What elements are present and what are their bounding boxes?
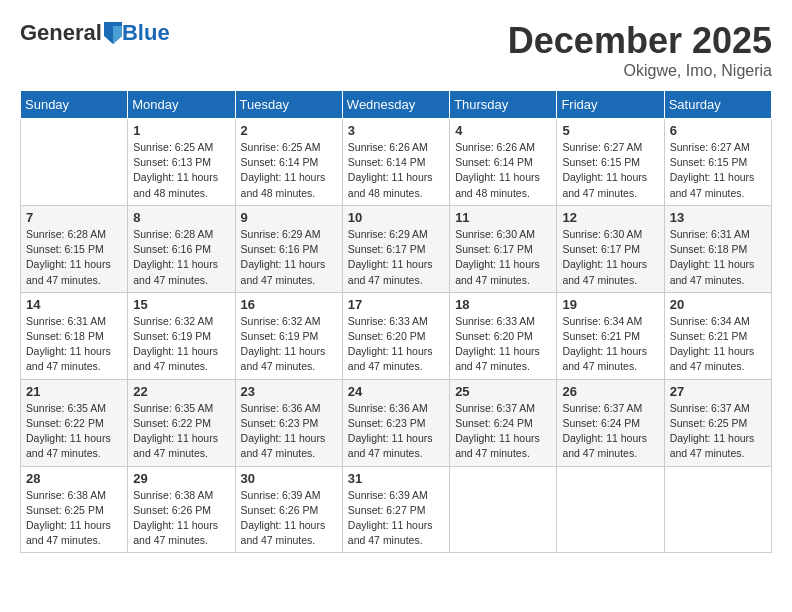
day-number: 23	[241, 384, 337, 399]
calendar-cell: 27Sunrise: 6:37 AM Sunset: 6:25 PM Dayli…	[664, 379, 771, 466]
calendar-cell: 31Sunrise: 6:39 AM Sunset: 6:27 PM Dayli…	[342, 466, 449, 553]
day-number: 15	[133, 297, 229, 312]
day-info: Sunrise: 6:32 AM Sunset: 6:19 PM Dayligh…	[133, 314, 229, 375]
day-number: 2	[241, 123, 337, 138]
calendar-cell: 16Sunrise: 6:32 AM Sunset: 6:19 PM Dayli…	[235, 292, 342, 379]
calendar-cell	[664, 466, 771, 553]
calendar-header-thursday: Thursday	[450, 91, 557, 119]
day-info: Sunrise: 6:37 AM Sunset: 6:25 PM Dayligh…	[670, 401, 766, 462]
day-number: 10	[348, 210, 444, 225]
day-number: 6	[670, 123, 766, 138]
day-number: 25	[455, 384, 551, 399]
day-number: 17	[348, 297, 444, 312]
day-number: 27	[670, 384, 766, 399]
day-info: Sunrise: 6:29 AM Sunset: 6:17 PM Dayligh…	[348, 227, 444, 288]
day-number: 11	[455, 210, 551, 225]
page-header: General Blue December 2025 Okigwe, Imo, …	[20, 20, 772, 80]
day-number: 7	[26, 210, 122, 225]
day-number: 5	[562, 123, 658, 138]
day-info: Sunrise: 6:39 AM Sunset: 6:26 PM Dayligh…	[241, 488, 337, 549]
day-number: 22	[133, 384, 229, 399]
day-info: Sunrise: 6:31 AM Sunset: 6:18 PM Dayligh…	[670, 227, 766, 288]
calendar-cell: 2Sunrise: 6:25 AM Sunset: 6:14 PM Daylig…	[235, 119, 342, 206]
calendar-cell: 30Sunrise: 6:39 AM Sunset: 6:26 PM Dayli…	[235, 466, 342, 553]
calendar-header-saturday: Saturday	[664, 91, 771, 119]
calendar-week-row: 14Sunrise: 6:31 AM Sunset: 6:18 PM Dayli…	[21, 292, 772, 379]
calendar-cell: 4Sunrise: 6:26 AM Sunset: 6:14 PM Daylig…	[450, 119, 557, 206]
calendar-cell: 7Sunrise: 6:28 AM Sunset: 6:15 PM Daylig…	[21, 205, 128, 292]
day-info: Sunrise: 6:29 AM Sunset: 6:16 PM Dayligh…	[241, 227, 337, 288]
day-number: 26	[562, 384, 658, 399]
calendar-cell: 28Sunrise: 6:38 AM Sunset: 6:25 PM Dayli…	[21, 466, 128, 553]
calendar-week-row: 7Sunrise: 6:28 AM Sunset: 6:15 PM Daylig…	[21, 205, 772, 292]
day-info: Sunrise: 6:28 AM Sunset: 6:16 PM Dayligh…	[133, 227, 229, 288]
day-number: 31	[348, 471, 444, 486]
calendar-cell: 5Sunrise: 6:27 AM Sunset: 6:15 PM Daylig…	[557, 119, 664, 206]
day-number: 13	[670, 210, 766, 225]
day-info: Sunrise: 6:27 AM Sunset: 6:15 PM Dayligh…	[562, 140, 658, 201]
calendar-cell: 12Sunrise: 6:30 AM Sunset: 6:17 PM Dayli…	[557, 205, 664, 292]
day-number: 4	[455, 123, 551, 138]
day-info: Sunrise: 6:37 AM Sunset: 6:24 PM Dayligh…	[455, 401, 551, 462]
day-info: Sunrise: 6:26 AM Sunset: 6:14 PM Dayligh…	[455, 140, 551, 201]
calendar-cell	[450, 466, 557, 553]
logo-general-text: General	[20, 20, 102, 46]
day-number: 1	[133, 123, 229, 138]
calendar-cell: 1Sunrise: 6:25 AM Sunset: 6:13 PM Daylig…	[128, 119, 235, 206]
day-info: Sunrise: 6:27 AM Sunset: 6:15 PM Dayligh…	[670, 140, 766, 201]
calendar-cell: 24Sunrise: 6:36 AM Sunset: 6:23 PM Dayli…	[342, 379, 449, 466]
day-info: Sunrise: 6:36 AM Sunset: 6:23 PM Dayligh…	[241, 401, 337, 462]
day-number: 14	[26, 297, 122, 312]
day-info: Sunrise: 6:30 AM Sunset: 6:17 PM Dayligh…	[562, 227, 658, 288]
day-number: 16	[241, 297, 337, 312]
day-number: 12	[562, 210, 658, 225]
logo: General Blue	[20, 20, 170, 46]
day-number: 29	[133, 471, 229, 486]
day-number: 28	[26, 471, 122, 486]
day-info: Sunrise: 6:28 AM Sunset: 6:15 PM Dayligh…	[26, 227, 122, 288]
day-info: Sunrise: 6:25 AM Sunset: 6:14 PM Dayligh…	[241, 140, 337, 201]
day-info: Sunrise: 6:33 AM Sunset: 6:20 PM Dayligh…	[348, 314, 444, 375]
calendar-week-row: 1Sunrise: 6:25 AM Sunset: 6:13 PM Daylig…	[21, 119, 772, 206]
calendar-header-row: SundayMondayTuesdayWednesdayThursdayFrid…	[21, 91, 772, 119]
svg-marker-1	[113, 26, 122, 44]
calendar-header-wednesday: Wednesday	[342, 91, 449, 119]
calendar-cell: 3Sunrise: 6:26 AM Sunset: 6:14 PM Daylig…	[342, 119, 449, 206]
day-info: Sunrise: 6:39 AM Sunset: 6:27 PM Dayligh…	[348, 488, 444, 549]
day-number: 8	[133, 210, 229, 225]
calendar-cell: 6Sunrise: 6:27 AM Sunset: 6:15 PM Daylig…	[664, 119, 771, 206]
day-info: Sunrise: 6:34 AM Sunset: 6:21 PM Dayligh…	[670, 314, 766, 375]
day-info: Sunrise: 6:35 AM Sunset: 6:22 PM Dayligh…	[26, 401, 122, 462]
calendar-cell	[557, 466, 664, 553]
calendar-cell: 26Sunrise: 6:37 AM Sunset: 6:24 PM Dayli…	[557, 379, 664, 466]
day-number: 9	[241, 210, 337, 225]
calendar-cell: 20Sunrise: 6:34 AM Sunset: 6:21 PM Dayli…	[664, 292, 771, 379]
calendar-cell: 23Sunrise: 6:36 AM Sunset: 6:23 PM Dayli…	[235, 379, 342, 466]
day-number: 30	[241, 471, 337, 486]
title-block: December 2025 Okigwe, Imo, Nigeria	[508, 20, 772, 80]
calendar-cell: 11Sunrise: 6:30 AM Sunset: 6:17 PM Dayli…	[450, 205, 557, 292]
calendar-header-friday: Friday	[557, 91, 664, 119]
logo-blue-text: Blue	[122, 20, 170, 46]
calendar-cell: 29Sunrise: 6:38 AM Sunset: 6:26 PM Dayli…	[128, 466, 235, 553]
calendar-header-tuesday: Tuesday	[235, 91, 342, 119]
logo-icon	[104, 22, 122, 44]
day-info: Sunrise: 6:26 AM Sunset: 6:14 PM Dayligh…	[348, 140, 444, 201]
day-info: Sunrise: 6:25 AM Sunset: 6:13 PM Dayligh…	[133, 140, 229, 201]
day-info: Sunrise: 6:30 AM Sunset: 6:17 PM Dayligh…	[455, 227, 551, 288]
day-number: 24	[348, 384, 444, 399]
day-info: Sunrise: 6:34 AM Sunset: 6:21 PM Dayligh…	[562, 314, 658, 375]
day-number: 18	[455, 297, 551, 312]
day-number: 21	[26, 384, 122, 399]
calendar-cell: 9Sunrise: 6:29 AM Sunset: 6:16 PM Daylig…	[235, 205, 342, 292]
calendar-cell: 18Sunrise: 6:33 AM Sunset: 6:20 PM Dayli…	[450, 292, 557, 379]
calendar-cell: 21Sunrise: 6:35 AM Sunset: 6:22 PM Dayli…	[21, 379, 128, 466]
day-info: Sunrise: 6:33 AM Sunset: 6:20 PM Dayligh…	[455, 314, 551, 375]
calendar-cell: 14Sunrise: 6:31 AM Sunset: 6:18 PM Dayli…	[21, 292, 128, 379]
calendar-cell: 22Sunrise: 6:35 AM Sunset: 6:22 PM Dayli…	[128, 379, 235, 466]
month-title: December 2025	[508, 20, 772, 62]
calendar-cell: 10Sunrise: 6:29 AM Sunset: 6:17 PM Dayli…	[342, 205, 449, 292]
calendar-header-monday: Monday	[128, 91, 235, 119]
calendar-cell: 17Sunrise: 6:33 AM Sunset: 6:20 PM Dayli…	[342, 292, 449, 379]
calendar-cell: 8Sunrise: 6:28 AM Sunset: 6:16 PM Daylig…	[128, 205, 235, 292]
